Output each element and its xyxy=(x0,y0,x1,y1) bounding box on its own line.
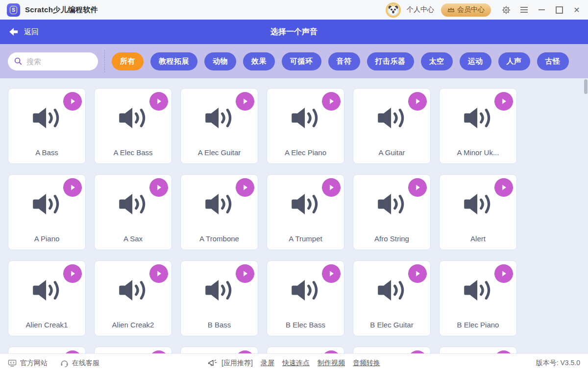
sound-card[interactable]: A Bass xyxy=(8,88,86,164)
play-icon xyxy=(155,270,163,278)
category-pill[interactable]: 可循环 xyxy=(282,52,321,70)
sound-card[interactable] xyxy=(353,347,431,353)
promo-link[interactable]: 录屏 xyxy=(261,359,274,368)
sound-card[interactable]: A Minor Uk... xyxy=(439,88,517,164)
play-button[interactable] xyxy=(322,264,341,283)
member-center-button[interactable]: 会员中心 xyxy=(441,3,491,17)
play-button[interactable] xyxy=(149,264,168,283)
category-pill[interactable]: 音符 xyxy=(328,52,360,70)
sound-card[interactable]: Alert xyxy=(439,174,517,250)
app-title: Scratch少儿编程软件 xyxy=(25,5,98,15)
user-center-link[interactable]: 个人中心 xyxy=(407,5,434,14)
category-pill[interactable]: 动物 xyxy=(204,52,236,70)
sound-card[interactable]: B Bass xyxy=(180,260,258,336)
play-icon xyxy=(69,184,76,191)
play-icon xyxy=(500,270,508,278)
play-button[interactable] xyxy=(494,92,513,111)
panda-avatar-icon xyxy=(387,3,400,17)
maximize-button[interactable] xyxy=(555,5,564,14)
play-button[interactable] xyxy=(63,178,82,197)
play-icon xyxy=(414,184,421,191)
menu-hamburger-icon[interactable] xyxy=(519,5,528,14)
sound-card[interactable]: A Sax xyxy=(94,174,172,250)
app-logo-icon: S xyxy=(7,3,20,17)
user-avatar[interactable] xyxy=(387,3,400,17)
speaker-icon xyxy=(291,279,321,302)
category-pill[interactable]: 效果 xyxy=(243,52,275,70)
sound-name: Alert xyxy=(440,234,516,243)
settings-gear-icon[interactable] xyxy=(502,5,511,14)
play-button[interactable] xyxy=(408,92,427,111)
sound-card[interactable]: B Elec Guitar xyxy=(353,260,431,336)
promo-link[interactable]: 音频转换 xyxy=(353,359,380,368)
play-button[interactable] xyxy=(322,92,341,111)
category-pill-label: 动物 xyxy=(213,57,228,66)
category-pill[interactable]: 太空 xyxy=(421,52,453,70)
vertical-scrollbar[interactable] xyxy=(584,79,588,94)
official-site-link[interactable]: 官方网站 xyxy=(8,359,48,368)
category-pill[interactable]: 教程拓展 xyxy=(150,52,197,70)
sound-card[interactable] xyxy=(439,347,517,353)
version-label: 版本号: V3.5.0 xyxy=(536,359,580,368)
speaker-icon xyxy=(291,106,321,130)
sound-card[interactable]: Afro String xyxy=(353,174,431,250)
sound-name: A Piano xyxy=(8,234,85,243)
online-support-link[interactable]: 在线客服 xyxy=(60,359,99,368)
play-button[interactable] xyxy=(494,264,513,283)
promo-link[interactable]: 制作视频 xyxy=(318,359,345,368)
app-recommend-label: [应用推荐] xyxy=(221,359,253,368)
speaker-icon xyxy=(377,106,407,130)
sound-card[interactable]: A Elec Bass xyxy=(94,88,172,164)
search-box[interactable] xyxy=(8,52,98,70)
play-button[interactable] xyxy=(63,92,82,111)
category-pill-label: 打击乐器 xyxy=(375,57,406,66)
play-button[interactable] xyxy=(236,264,254,283)
promo-link[interactable]: 快速连点 xyxy=(282,359,310,368)
sound-card[interactable]: Alien Creak2 xyxy=(94,260,172,336)
speaker-icon xyxy=(204,279,235,302)
speaker-icon xyxy=(291,192,321,216)
speaker-icon xyxy=(118,279,148,302)
sound-card[interactable]: A Elec Piano xyxy=(267,88,344,164)
play-button[interactable] xyxy=(236,178,254,197)
sound-card[interactable]: Alien Creak1 xyxy=(8,260,86,336)
back-button[interactable]: 返回 xyxy=(9,27,39,37)
play-button[interactable] xyxy=(494,178,513,197)
sound-name: B Bass xyxy=(181,321,258,329)
category-pill-label: 古怪 xyxy=(545,57,561,66)
category-pill[interactable]: 古怪 xyxy=(537,52,569,70)
speaker-icon xyxy=(463,279,493,302)
play-button[interactable] xyxy=(149,92,168,111)
app-recommend: [应用推荐] xyxy=(208,359,253,368)
play-button[interactable] xyxy=(149,178,168,197)
sound-card[interactable]: A Guitar xyxy=(353,88,431,164)
category-pill[interactable]: 所有 xyxy=(112,52,144,70)
category-pill[interactable]: 打击乐器 xyxy=(367,52,414,70)
sound-card[interactable]: A Elec Guitar xyxy=(180,88,258,164)
sound-name: A Trombone xyxy=(181,234,258,243)
category-pill[interactable]: 人声 xyxy=(498,52,530,70)
sound-card[interactable]: A Piano xyxy=(8,174,86,250)
sound-card[interactable]: B Elec Piano xyxy=(439,260,517,336)
minimize-button[interactable] xyxy=(537,5,546,14)
close-button[interactable]: ✕ xyxy=(572,5,581,14)
play-icon xyxy=(500,97,508,105)
sound-card[interactable] xyxy=(94,347,172,353)
play-button[interactable] xyxy=(408,178,427,197)
play-button[interactable] xyxy=(322,178,341,197)
play-button[interactable] xyxy=(63,264,82,283)
search-input[interactable] xyxy=(26,57,85,66)
play-button[interactable] xyxy=(408,264,427,283)
filter-bar: 所有 教程拓展 动物 效果 可循环 音符 打击乐器 太空 运动 人声 古怪 xyxy=(0,44,588,78)
sound-card[interactable] xyxy=(8,347,86,353)
sound-card[interactable]: B Elec Bass xyxy=(267,260,344,336)
category-pill[interactable]: 运动 xyxy=(460,52,491,70)
play-button[interactable] xyxy=(236,92,254,111)
sound-card[interactable] xyxy=(267,347,344,353)
sound-card[interactable]: A Trombone xyxy=(180,174,258,250)
speaker-icon xyxy=(118,106,148,130)
sound-card[interactable]: A Trumpet xyxy=(267,174,344,250)
speaker-icon xyxy=(32,279,62,302)
sound-card[interactable] xyxy=(180,347,258,353)
play-icon xyxy=(241,184,249,191)
